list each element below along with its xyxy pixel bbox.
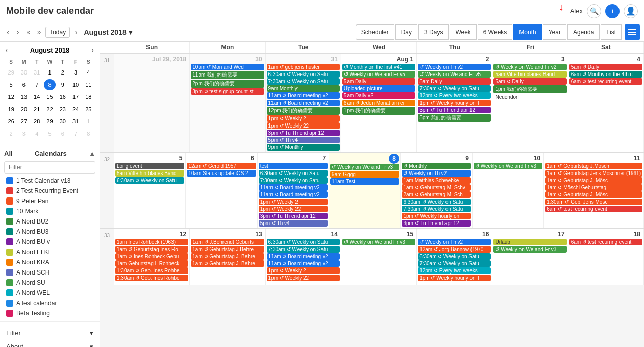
event-item[interactable]: ↺ Monthly on the first v41 [342,64,415,70]
mini-day[interactable]: 21 [31,104,43,115]
event-item[interactable]: 6am ↺ test recurring event [569,78,642,85]
event-item[interactable]: 12pm ↺ Every two weeks [418,267,491,274]
event-item[interactable]: ↺ Weekly on We and Fr v5 [418,71,491,78]
event-item[interactable]: Uploaded picture [342,85,415,92]
event-item[interactable]: 6am ↺ Monthy on the 4th c [569,71,642,78]
event-item[interactable]: 6am ↺ test recurring event [569,239,642,245]
mini-day[interactable]: 8 [83,128,94,139]
day-cell-jul29[interactable]: Jul 29, 2018 [114,54,190,152]
event-item[interactable]: 5am Daily v2 [342,92,415,99]
mini-day[interactable]: 6 [18,79,30,90]
event-item[interactable]: 7:30am ↺ Weekly on Satu [402,206,470,212]
calendar-item-11[interactable]: A Nord SU [4,278,95,288]
today-btn[interactable]: Today [45,27,70,38]
event-item[interactable]: 1pm 我们的确需要 [493,85,566,93]
event-item[interactable]: 6:30am ↺ Weekly on Satu [402,199,470,205]
event-item[interactable]: 11am Test [330,178,399,185]
filter-footer-item[interactable]: Filter ▾ [4,326,95,340]
mini-day[interactable]: 14 [31,91,43,103]
event-item[interactable]: 12am ↺ Gerold 1957 [187,163,256,169]
event-item[interactable]: ↺ Weekly on Th v2 [418,239,491,245]
day-cell-aug10[interactable]: 10 ↺ Weekly on We and Fr v3 [473,153,544,228]
event-item[interactable]: 7:30am ↺ Weekly on Satu [418,260,491,267]
event-item[interactable]: 1am ↺ geb jens huster [267,64,340,70]
event-item[interactable]: test [259,163,328,169]
event-item[interactable]: 1am ↺ Geburtstag J. Mösc [545,191,642,198]
day-cell-jul30[interactable]: 30 10am ↺ Mon and Wed 11am 我们的确需要 2pm 我们… [190,54,265,152]
event-item[interactable]: 12pm 我们的确需要 [267,107,340,115]
mini-day[interactable]: 3 [18,128,30,139]
event-item[interactable]: 6:30am ↺ Weekly on Satu [259,170,328,177]
mini-day[interactable]: 11 [83,79,94,90]
user-icon-btn[interactable]: 👤 [624,4,638,18]
mini-day[interactable]: 7 [69,128,81,139]
calendar-item-14[interactable]: Beta Testing [4,308,95,318]
event-item[interactable]: ↺ Monthly [402,163,470,169]
day-cell-jul31[interactable]: 31 1am ↺ geb jens huster 6:30am ↺ Weekly… [266,54,341,152]
event-item[interactable]: 5am Daily [342,78,415,85]
event-item[interactable]: 1am ↺ Geburtstag J.Mösch [545,163,642,169]
event-item[interactable]: 11am ↺ Board meeting v2 [259,191,328,198]
event-item[interactable]: 3pm ↺ test signup count st [191,88,264,95]
event-item[interactable]: 1pm ↺ Weekly 2 [267,267,340,274]
mini-day[interactable]: 31 [69,116,81,127]
calendar-item-2[interactable]: 2 Test Recurring Event [4,186,95,196]
mini-day[interactable]: 30 [18,67,30,78]
event-item[interactable]: 1pm ↺ Weekly hourly on T [402,213,470,219]
day-cell-aug8[interactable]: 8 ↺ Weekly on We and Fr v3 9am Gggg 11am… [329,153,401,228]
mini-cal-prev[interactable]: ‹ [4,46,10,54]
mini-day[interactable]: 31 [31,67,43,78]
view-month[interactable]: Month [513,24,541,40]
day-cell-aug18[interactable]: 18 6am ↺ test recurring event [568,229,644,285]
event-item[interactable]: 6:30am ↺ Weekly on Satu [418,253,491,260]
event-item[interactable]: 7:30am ↺ Weekly on Satu [267,246,340,253]
mini-day[interactable]: 24 [69,104,81,115]
mini-day[interactable]: 29 [44,116,56,127]
view-week[interactable]: Week [450,24,476,40]
event-item[interactable]: 3pm ↺ Tu Th end apr 12 [267,130,340,136]
day-cell-aug15[interactable]: 15 ↺ Weekly on We and Fr v3 [341,229,417,285]
event-item[interactable]: ↺ Weekly on We and Fr v2 [493,64,566,70]
calendars-collapse[interactable]: ▲ [89,150,95,157]
event-item[interactable]: 5pm ↺ Th v4 [259,220,328,227]
event-item[interactable]: ↺ Weekly on We and Fr v5 [342,71,415,78]
event-item[interactable]: 5am Daily [418,78,491,85]
mini-day[interactable]: 28 [31,116,43,127]
event-item[interactable]: 1pm ↺ Weekly hourly on T [418,275,491,281]
mini-day[interactable]: 23 [57,104,68,115]
event-item[interactable]: 6am ↺ test recurring event [545,206,642,212]
event-item[interactable]: 1:30am ↺ Geb. Ines Rohbe [115,275,188,281]
mini-day[interactable]: 4 [31,128,43,139]
event-item[interactable]: 1pm ↺ Weekly 22 [267,122,340,129]
calendar-item-12[interactable]: A Nord WEL [4,288,95,298]
event-item[interactable]: 1am ↺ Geburtstag Ines Ro [115,246,188,253]
event-item[interactable]: 9am Monthly [267,85,340,92]
calendar-item-7[interactable]: A Nord BU v [4,237,95,247]
event-item[interactable]: 7:30am ↺ Weekly on Satu [267,78,340,85]
day-cell-aug6[interactable]: 6 12am ↺ Gerold 1957 10am Status update … [186,153,257,228]
event-item[interactable]: 11am ↺ Board meeting v2 [267,100,340,106]
day-cell-aug13[interactable]: 13 1am ↺ J.Behrendt Geburts 1am ↺ Geburt… [190,229,265,285]
event-item[interactable]: 1pm 我们的确需要 [342,107,415,115]
event-item[interactable]: 3pm ↺ Tu Th end apr 12 [259,213,328,219]
info-icon-btn[interactable]: i [605,4,620,18]
day-cell-aug5[interactable]: 5 Long event 5am Vitte hin blaues Band 6… [114,153,186,228]
event-item[interactable]: 1am ↺ Geburtstag M. Schv [402,184,470,191]
calendar-item-9[interactable]: A Nord KRA [4,257,95,267]
calendar-item-8[interactable]: A Nord ELKE [4,247,95,257]
event-item[interactable]: 1pm ↺ Weekly 2 [267,115,340,122]
long-event-banner[interactable]: Long event [115,163,184,169]
view-list[interactable]: List [601,24,622,40]
event-item[interactable]: 1pm ↺ Weekly hourly on T [418,100,491,106]
mini-day[interactable]: 30 [57,116,68,127]
view-6weeks[interactable]: 6 Weeks [478,24,512,40]
event-item[interactable]: 11am ↺ Board meeting v2 [259,184,328,191]
calendar-item-6[interactable]: A Nord BU3 [4,227,95,237]
event-item[interactable]: ↺ Weekly on We and Fr v3 [330,164,399,170]
view-year[interactable]: Year [543,24,566,40]
search-icon-btn[interactable]: 🔍 [587,4,601,18]
event-item[interactable]: 1am ↺ Geburtstag J.Behre [191,246,264,253]
event-item[interactable]: ↺ Weekly on Th v2 [402,170,470,177]
event-item[interactable]: ↺ Weekly on We and Fr v3 [474,163,542,169]
day-cell-aug16[interactable]: 16 ↺ Weekly on Th v2 12am ↺ Jörg Bannow … [417,229,492,285]
